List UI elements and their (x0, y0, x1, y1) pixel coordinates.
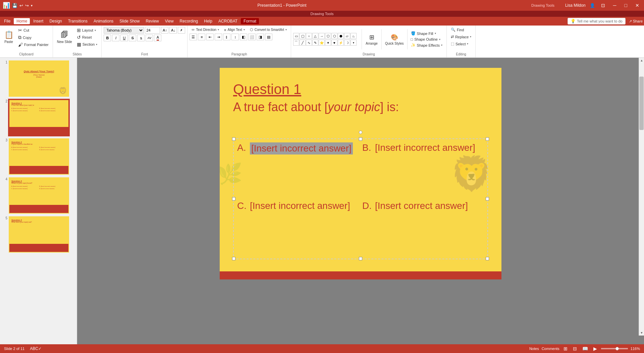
answer-b[interactable]: B. [Insert incorrect answer] (362, 142, 484, 197)
answer-c[interactable]: C. [Insert incorrect answer] (237, 201, 359, 255)
bold-button[interactable]: B (104, 35, 111, 41)
align-right-button[interactable]: ◨ (257, 34, 264, 40)
align-center-button[interactable]: ⬜ (248, 34, 256, 40)
shape-rect[interactable]: ▭ (293, 33, 299, 39)
shape-pentagon[interactable]: ⬠ (325, 33, 331, 39)
align-left-button[interactable]: ◧ (240, 34, 247, 40)
slide-item-2[interactable]: 2 Question 1 A true fact about [your top… (2, 99, 75, 136)
zoom-percent[interactable]: 116% (631, 347, 640, 351)
notes-button[interactable]: Notes (529, 347, 539, 351)
answer-d[interactable]: D. [Insert correct answer] (362, 201, 484, 255)
shape-star4[interactable]: ✦ (325, 40, 331, 46)
menu-view[interactable]: View (162, 18, 176, 24)
menu-insert[interactable]: Insert (31, 18, 46, 24)
zoom-thumb[interactable] (615, 347, 619, 350)
shape-parallelogram[interactable]: ▱ (344, 33, 350, 39)
answer-a[interactable]: A. [Insert incorrect answer] (237, 142, 359, 197)
char-spacing-button[interactable]: AV (146, 35, 153, 41)
menu-design[interactable]: Design (47, 18, 64, 24)
handle-top-center[interactable] (359, 137, 362, 141)
slide-thumb-1[interactable]: Quiz About [Your Topic] [Your Name] [Dat… (9, 60, 69, 97)
format-painter-button[interactable]: 🖌 Format Painter (16, 41, 51, 48)
answer-text-d[interactable]: [Insert correct answer] (375, 201, 468, 211)
bullet-list-button[interactable]: ☰ (190, 34, 197, 40)
shadow-button[interactable]: s (137, 35, 145, 41)
shape-trapezoid[interactable]: ⏢ (351, 33, 357, 39)
increase-font-size-button[interactable]: A↑ (161, 27, 168, 34)
shape-triangle[interactable]: △ (312, 33, 318, 39)
decrease-indent-button[interactable]: ⇤ (206, 34, 214, 40)
maximize-btn[interactable]: □ (623, 2, 629, 9)
shapes-more[interactable]: ▾ (351, 40, 357, 46)
handle-top-right[interactable] (486, 137, 489, 141)
zoom-slider[interactable] (601, 348, 628, 349)
close-btn[interactable]: ✕ (633, 2, 641, 9)
answer-text-c[interactable]: [Insert incorrect answer] (250, 201, 350, 211)
answer-box[interactable]: A. [Insert incorrect answer] B. [Insert … (233, 138, 488, 259)
menu-help[interactable]: Help (201, 18, 215, 24)
slide-sorter-btn[interactable]: ⊟ (572, 345, 578, 352)
shape-rounded-rect[interactable]: ▢ (300, 33, 306, 39)
font-color-button[interactable]: A (154, 35, 161, 41)
shape-fill-button[interactable]: 🪣 Shape Fill ▾ (409, 31, 444, 36)
canvas-area[interactable]: ▲ ▼ 🦁 🌿 Question 1 A true fact about [yo… (77, 58, 644, 344)
italic-button[interactable]: I (112, 35, 119, 41)
copy-button[interactable]: ⧉ Copy (16, 34, 51, 41)
clear-formatting-button[interactable]: ✗ (178, 27, 185, 34)
menu-review[interactable]: Review (143, 18, 161, 24)
slide-thumb-4[interactable]: Question 3 Where is [your topic] found? … (9, 177, 69, 214)
menu-transitions[interactable]: Transitions (65, 18, 90, 24)
menu-format[interactable]: Format (241, 18, 259, 24)
columns-button[interactable]: ⫿ (223, 34, 230, 40)
font-size-input[interactable] (145, 27, 160, 34)
cut-button[interactable]: ✂ Cut (16, 27, 51, 34)
text-direction-button[interactable]: ⬄ Text Direction ▾ (190, 27, 221, 33)
comments-button[interactable]: Comments (542, 347, 559, 351)
paste-button[interactable]: 📋 Paste (2, 27, 15, 47)
new-slide-button[interactable]: 🗐 New Slide (55, 27, 74, 47)
menu-file[interactable]: File (1, 18, 13, 24)
shape-oval[interactable]: ○ (306, 33, 312, 39)
shape-right-arrow[interactable]: → (319, 33, 325, 39)
reading-view-btn[interactable]: 📖 (581, 345, 589, 352)
handle-mid-left[interactable] (232, 197, 235, 201)
slide-thumb-2[interactable]: Question 1 A true fact about [your topic… (9, 99, 69, 136)
handle-bot-left[interactable] (232, 257, 235, 260)
shape-curve[interactable]: ∿ (306, 40, 312, 46)
arrange-button[interactable]: ⊞ Arrange (363, 29, 380, 49)
slideshow-btn[interactable]: ▶ (592, 345, 598, 352)
strikethrough-button[interactable]: S (129, 35, 136, 41)
answer-text-b[interactable]: [Insert incorrect answer] (375, 142, 475, 153)
section-button[interactable]: ▦ Section ▾ (75, 41, 100, 48)
spell-check-icon[interactable]: ABC✓ (30, 346, 42, 351)
underline-button[interactable]: U (120, 35, 128, 41)
slide-item-3[interactable]: 3 Question 2 A [your topic] is classifie… (2, 138, 75, 175)
shape-star5[interactable]: ⭐ (319, 40, 325, 46)
share-icon[interactable]: 👤 (590, 3, 595, 8)
shape-octagon[interactable]: ⬣ (338, 33, 344, 39)
menu-animations[interactable]: Animations (91, 18, 116, 24)
layout-button[interactable]: ⊞ Layout ▾ (75, 27, 100, 34)
replace-button[interactable]: ⇄ Replace ▾ (449, 34, 473, 40)
menu-recording[interactable]: Recording (177, 18, 201, 24)
reset-button[interactable]: ↺ Reset (75, 34, 100, 41)
decrease-font-size-button[interactable]: A↓ (169, 27, 177, 34)
shape-hex[interactable]: ⬡ (331, 33, 337, 39)
slide-question-title[interactable]: Question 1 (233, 81, 488, 97)
handle-bot-right[interactable] (486, 257, 489, 260)
shape-effects-button[interactable]: ✨ Shape Effects ▾ (409, 42, 444, 48)
quick-styles-button[interactable]: 🎨 Quick Styles (383, 29, 406, 49)
find-button[interactable]: 🔍 Find (449, 27, 466, 33)
shape-arc[interactable]: ⌒ (293, 40, 299, 46)
align-text-button[interactable]: ≡ Align Text ▾ (222, 27, 247, 33)
menu-acrobat[interactable]: ACROBAT (216, 18, 240, 24)
handle-top-left[interactable] (232, 137, 235, 141)
convert-smartart-button[interactable]: ⬡ Convert to SmartArt ▾ (248, 27, 289, 33)
normal-view-btn[interactable]: ⊞ (562, 345, 569, 352)
shape-moon[interactable]: ☽ (344, 40, 350, 46)
font-name-select[interactable]: Tahoma (Body) (104, 27, 144, 34)
quick-save[interactable]: 💾 (12, 3, 17, 8)
shape-heart[interactable]: ♥ (331, 40, 337, 46)
shape-freeform[interactable]: ✎ (312, 40, 318, 46)
rotate-handle[interactable] (359, 131, 362, 134)
